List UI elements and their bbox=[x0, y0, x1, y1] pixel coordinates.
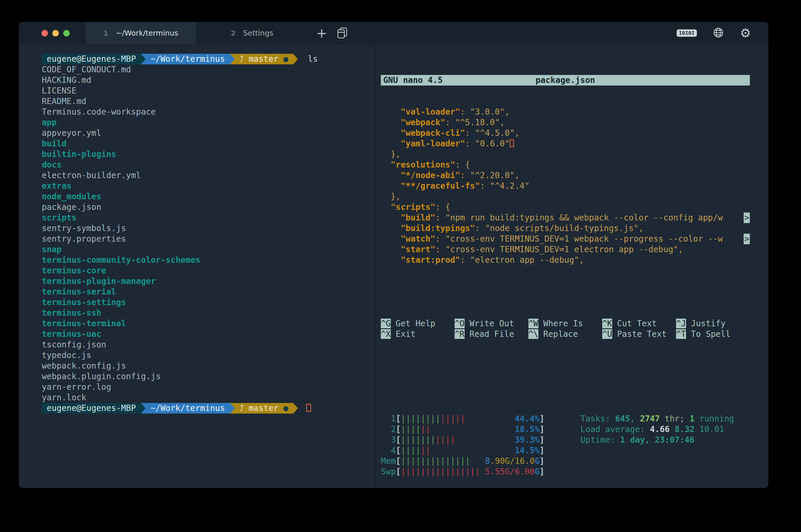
file-entry: package.json bbox=[42, 202, 375, 212]
prompt-line: eugene@Eugenes-MBP ~/Work/terminus ⤴ mas… bbox=[42, 54, 375, 64]
nano-shortcut-justify[interactable]: ^J Justify bbox=[676, 318, 750, 329]
tab-label: ~/Work/terminus bbox=[116, 29, 178, 37]
file-entry: typedoc.js bbox=[42, 350, 375, 361]
nano-version: GNU nano 4.5 bbox=[381, 75, 443, 85]
dir-entry: terminus-community-color-schemes bbox=[42, 255, 375, 265]
tab-1[interactable]: 1~/Work/terminus bbox=[85, 22, 197, 44]
file-entry: sentry-symbols.js bbox=[42, 223, 375, 234]
dir-entry: scripts bbox=[42, 212, 375, 223]
dir-entry: build bbox=[42, 138, 375, 149]
prompt-line: eugene@Eugenes-MBP ~/Work/terminus ⤴ mas… bbox=[42, 403, 375, 414]
dir-entry: docs bbox=[42, 159, 375, 170]
dir-entry: terminus-uac bbox=[42, 329, 375, 340]
dir-entry: terminus-plugin-manager bbox=[42, 276, 375, 287]
new-tab-button[interactable]: + bbox=[311, 22, 333, 44]
serial-port-button[interactable]: IOIOI bbox=[677, 30, 697, 37]
titlebar-actions: IOIOI ⚙ bbox=[677, 22, 751, 44]
file-entry: README.md bbox=[42, 96, 375, 107]
prompt-git-segment: ⤴ master ● bbox=[235, 54, 293, 64]
dir-entry: node_modules bbox=[42, 191, 375, 202]
nano-line: "watch": "cross-env TERMINUS_DEV=1 webpa… bbox=[381, 234, 750, 244]
nano-editor[interactable]: "val-loader": "3.0.0", "webpack": "^5.18… bbox=[381, 107, 750, 265]
dir-entry: builtin-plugins bbox=[42, 149, 375, 159]
typed-command: ls bbox=[298, 54, 318, 64]
nano-shortcut-paste-text[interactable]: ^U Paste Text bbox=[602, 329, 676, 340]
meter-4: 4[||||||14.5%] bbox=[381, 445, 750, 456]
nano-line: }, bbox=[381, 149, 750, 159]
file-entry: appveyor.yml bbox=[42, 128, 375, 138]
htop-meters: 1[|||||||||||||44.4%]2[||||||18.5%]3[|||… bbox=[381, 414, 750, 477]
globe-icon[interactable] bbox=[713, 27, 724, 39]
titlebar: 1~/Work/terminus2Settings + IOIOI bbox=[19, 22, 768, 44]
prompt-user-segment: eugene@Eugenes-MBP bbox=[42, 403, 141, 414]
zoom-button[interactable] bbox=[63, 30, 70, 36]
tab-2[interactable]: 2Settings bbox=[197, 22, 308, 44]
prompt-user-segment: eugene@Eugenes-MBP bbox=[42, 54, 141, 64]
nano-shortcut-replace[interactable]: ^\ Replace bbox=[528, 329, 602, 340]
nano-filename: package.json bbox=[536, 75, 595, 86]
split-panes-icon bbox=[336, 26, 349, 40]
file-entry: Terminus.code-workspace bbox=[42, 107, 375, 117]
nano-line: "start:prod": "electron app --debug", bbox=[381, 255, 750, 265]
nano-line: "*/node-abi": "^2.20.0", bbox=[381, 170, 750, 181]
nano-shortcut-exit[interactable]: ^X Exit bbox=[381, 329, 454, 340]
prompt-cwd-segment: ~/Work/terminus bbox=[146, 403, 230, 414]
close-button[interactable] bbox=[41, 30, 48, 36]
dir-entry: extras bbox=[42, 181, 375, 191]
line-continuation-marker: > bbox=[744, 234, 750, 244]
nano-line: "yaml-loader": "0.6.0" bbox=[381, 138, 750, 149]
meter-Swp: Swp[||||||||||||||||5.55G/6.00G] bbox=[381, 467, 750, 477]
prompt-cwd-segment: ~/Work/terminus bbox=[146, 54, 230, 64]
file-entry: sentry.properties bbox=[42, 234, 375, 244]
nano-line: "val-loader": "3.0.0", bbox=[381, 107, 750, 117]
nano-line: "start": "cross-env TERMINUS_DEV=1 elect… bbox=[381, 244, 750, 255]
traffic-lights bbox=[41, 22, 70, 44]
nano-line: "webpack-cli": "^4.5.0", bbox=[381, 128, 750, 138]
htop-stats: Tasks: 645, 2747 thr; 1 runningLoad aver… bbox=[580, 414, 734, 445]
terminal-pane-left[interactable]: eugene@Eugenes-MBP ~/Work/terminus ⤴ mas… bbox=[19, 44, 375, 488]
file-entry: CODE_OF_CONDUCT.md bbox=[42, 64, 375, 75]
dir-entry: terminus-terminal bbox=[42, 318, 375, 329]
nano-cursor bbox=[509, 139, 514, 147]
meter-Mem: Mem[||||||||||||||8.90G/16.0G] bbox=[381, 456, 750, 467]
dir-entry: snap bbox=[42, 244, 375, 255]
file-entry: tsconfig.json bbox=[42, 340, 375, 350]
nano-line: "scripts": { bbox=[381, 202, 750, 212]
tab-label: Settings bbox=[243, 29, 274, 37]
nano-shortcut-get-help[interactable]: ^G Get Help bbox=[381, 318, 454, 329]
nano-titlebar: GNU nano 4.5package.json bbox=[381, 75, 750, 86]
dir-entry: app bbox=[42, 117, 375, 128]
split-panes-button[interactable] bbox=[333, 22, 352, 44]
nano-line: }, bbox=[381, 191, 750, 202]
nano-shortcuts: ^G Get Help^O Write Out^W Where Is^K Cut… bbox=[381, 318, 750, 340]
file-entry: yarn.lock bbox=[42, 393, 375, 403]
dir-entry: terminus-core bbox=[42, 265, 375, 276]
terminal-cursor bbox=[306, 404, 311, 412]
file-entry: webpack.config.js bbox=[42, 361, 375, 371]
nano-shortcut-where-is[interactable]: ^W Where Is bbox=[528, 318, 602, 329]
file-entry: yarn-error.log bbox=[42, 382, 375, 393]
nano-shortcut-write-out[interactable]: ^O Write Out bbox=[454, 318, 528, 329]
file-entry: webpack.plugin.config.js bbox=[42, 371, 375, 382]
nano-line: "build": "npm run build:typings && webpa… bbox=[381, 212, 750, 223]
terminal-pane-right[interactable]: GNU nano 4.5package.json "val-loader": "… bbox=[376, 44, 768, 488]
nano-shortcut-cut-text[interactable]: ^K Cut Text bbox=[602, 318, 676, 329]
tab-number: 1 bbox=[104, 30, 108, 37]
nano-shortcut-read-file[interactable]: ^R Read File bbox=[454, 329, 528, 340]
dir-entry: terminus-settings bbox=[42, 297, 375, 308]
nano-line: "resolutions": { bbox=[381, 159, 750, 170]
settings-gear-icon[interactable]: ⚙ bbox=[740, 27, 751, 39]
nano-line: "webpack": "^5.18.0", bbox=[381, 117, 750, 128]
nano-shortcut-to-spell[interactable]: ^T To Spell bbox=[676, 329, 750, 340]
terminal-content: eugene@Eugenes-MBP ~/Work/terminus ⤴ mas… bbox=[19, 44, 768, 488]
dir-entry: terminus-serial bbox=[42, 287, 375, 297]
minimize-button[interactable] bbox=[52, 30, 59, 36]
git-dirty-dot: ● bbox=[283, 403, 288, 413]
terminal-window: 1~/Work/terminus2Settings + IOIOI bbox=[19, 22, 768, 488]
tab-bar: 1~/Work/terminus2Settings bbox=[85, 22, 308, 44]
dir-entry: terminus-ssh bbox=[42, 308, 375, 318]
tab-number: 2 bbox=[231, 30, 236, 37]
file-entry: HACKING.md bbox=[42, 75, 375, 86]
file-entry: LICENSE bbox=[42, 86, 375, 96]
git-dirty-dot: ● bbox=[283, 54, 288, 64]
